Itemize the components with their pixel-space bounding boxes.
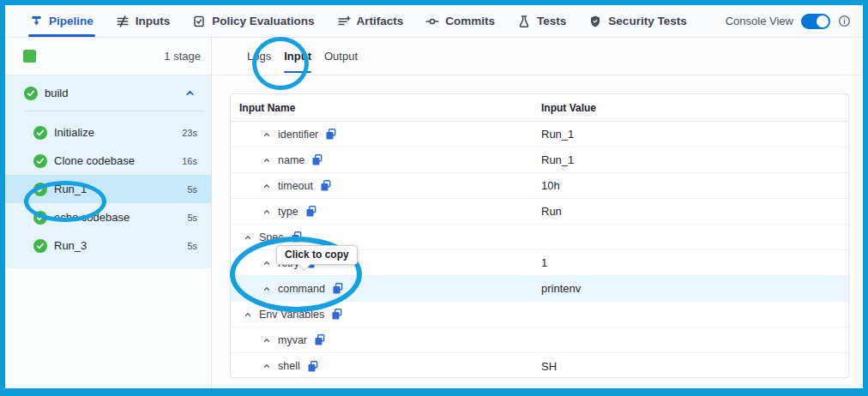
step-duration: 5s	[187, 184, 197, 195]
collapse-chevron-icon[interactable]	[262, 207, 271, 216]
copy-icon[interactable]	[331, 308, 343, 321]
tab-label: Inputs	[136, 15, 171, 27]
table-row[interactable]: myvar	[231, 327, 848, 353]
detail-tab[interactable]: Input	[284, 38, 311, 75]
table-header: Input Name Input Value	[231, 94, 848, 122]
copy-icon[interactable]	[325, 128, 337, 141]
tab-pipeline[interactable]: Pipeline	[30, 5, 93, 37]
step-row[interactable]: Clone codebase 16s	[5, 147, 211, 175]
tab-label: Security Tests	[608, 15, 686, 27]
sidebar-header: 1 stage	[5, 38, 211, 75]
step-duration: 16s	[182, 156, 197, 166]
tab-policy-evaluations[interactable]: Policy Evaluations	[192, 5, 314, 37]
detail-tab-label: Input	[284, 50, 311, 63]
collapse-chevron-icon[interactable]	[262, 336, 271, 345]
chevron-up-icon[interactable]	[184, 87, 196, 99]
detail-tab[interactable]: Logs	[247, 38, 271, 75]
collapse-chevron-icon[interactable]	[244, 233, 252, 242]
table-row[interactable]: timeout 10h	[231, 173, 848, 199]
input-value: Run	[541, 205, 848, 218]
stage-name: build	[45, 87, 68, 99]
stage-status-square	[23, 50, 36, 63]
tab-inputs[interactable]: Inputs	[116, 5, 171, 37]
input-value: 1	[541, 256, 848, 269]
collapse-chevron-icon[interactable]	[262, 362, 271, 370]
input-value: Run_1	[541, 153, 848, 166]
step-list: Initialize 23s Clone codebase 16s	[5, 118, 211, 260]
step-name: Run_1	[54, 183, 87, 195]
success-check-icon	[33, 126, 47, 140]
table-row[interactable]: command printenv	[231, 276, 848, 302]
tab-artifacts[interactable]: Artifacts	[337, 5, 404, 37]
step-name: echo codebase	[54, 211, 130, 224]
detail-tabs: Logs Input Output	[212, 38, 863, 75]
tests-icon	[517, 15, 531, 28]
copy-icon[interactable]	[305, 205, 317, 218]
tab-label: Commits	[445, 15, 495, 27]
step-duration: 5s	[187, 241, 197, 251]
copy-icon[interactable]	[311, 153, 323, 166]
input-value: Run_1	[541, 128, 848, 141]
input-value: SH	[541, 360, 848, 373]
collapse-chevron-icon[interactable]	[262, 156, 271, 165]
input-name: identifier	[278, 129, 318, 141]
console-view-label: Console View	[726, 15, 793, 27]
divider	[24, 111, 204, 111]
tab-tests[interactable]: Tests	[517, 5, 566, 37]
console-view-toggle[interactable]	[801, 14, 830, 29]
input-value: printenv	[541, 282, 848, 295]
inputs-icon	[116, 15, 130, 28]
tab-commits[interactable]: Commits	[425, 5, 495, 37]
input-table-card: Input Name Input Value identifier	[230, 93, 849, 378]
table-row[interactable]: Env Variables	[231, 302, 848, 327]
table-row[interactable]: type Run	[231, 199, 848, 225]
detail-tab[interactable]: Output	[324, 38, 358, 75]
stage-row-build[interactable]: build	[5, 75, 211, 111]
copy-icon[interactable]	[332, 282, 344, 295]
success-check-icon	[33, 239, 47, 253]
tab-label: Tests	[537, 15, 566, 27]
stage-count-label: 1 stage	[164, 50, 201, 63]
step-row[interactable]: echo codebase 5s	[5, 203, 211, 231]
artifacts-icon	[337, 15, 351, 28]
input-name: type	[278, 206, 298, 218]
input-name: Env Variables	[259, 309, 324, 321]
step-name: Initialize	[54, 126, 94, 139]
pipeline-icon	[30, 15, 43, 27]
collapse-chevron-icon[interactable]	[262, 130, 271, 139]
app-window: Pipeline Inputs Policy Evaluations Artif…	[0, 0, 868, 396]
input-name: myvar	[278, 334, 307, 346]
execution-sidebar: 1 stage build	[5, 38, 212, 388]
input-value: 10h	[541, 179, 848, 192]
tab-label: Pipeline	[49, 15, 93, 27]
input-name: timeout	[278, 180, 313, 192]
copy-icon[interactable]	[307, 360, 319, 373]
collapse-chevron-icon[interactable]	[262, 259, 271, 267]
copy-icon[interactable]	[291, 231, 303, 243]
detail-tab-label: Output	[324, 50, 358, 63]
table-row[interactable]: identifier Run_1	[231, 122, 848, 147]
tab-label: Artifacts	[357, 15, 404, 27]
tab-security-tests[interactable]: Security Tests	[588, 5, 686, 37]
success-check-icon	[33, 211, 47, 225]
info-icon[interactable]	[838, 15, 851, 27]
step-row[interactable]: Initialize 23s	[5, 118, 211, 147]
copy-icon[interactable]	[314, 333, 326, 346]
column-header-input-name: Input Name	[231, 102, 541, 114]
collapse-chevron-icon[interactable]	[244, 310, 252, 319]
input-name: shell	[278, 360, 300, 372]
step-row[interactable]: Run_1 5s	[5, 175, 211, 203]
content-area: 1 stage build	[5, 38, 863, 388]
copy-icon[interactable]	[320, 179, 332, 192]
commits-icon	[425, 15, 439, 28]
collapse-chevron-icon[interactable]	[262, 182, 271, 190]
step-name: Run_3	[54, 239, 87, 252]
step-duration: 23s	[182, 128, 197, 138]
step-row[interactable]: Run_3 5s	[5, 231, 211, 260]
success-check-icon	[24, 87, 38, 100]
collapse-chevron-icon[interactable]	[262, 285, 271, 293]
security-tests-icon	[588, 15, 602, 28]
table-row[interactable]: name Run_1	[231, 147, 848, 173]
table-row[interactable]: shell SH	[231, 353, 848, 378]
column-header-input-value: Input Value	[541, 102, 848, 114]
